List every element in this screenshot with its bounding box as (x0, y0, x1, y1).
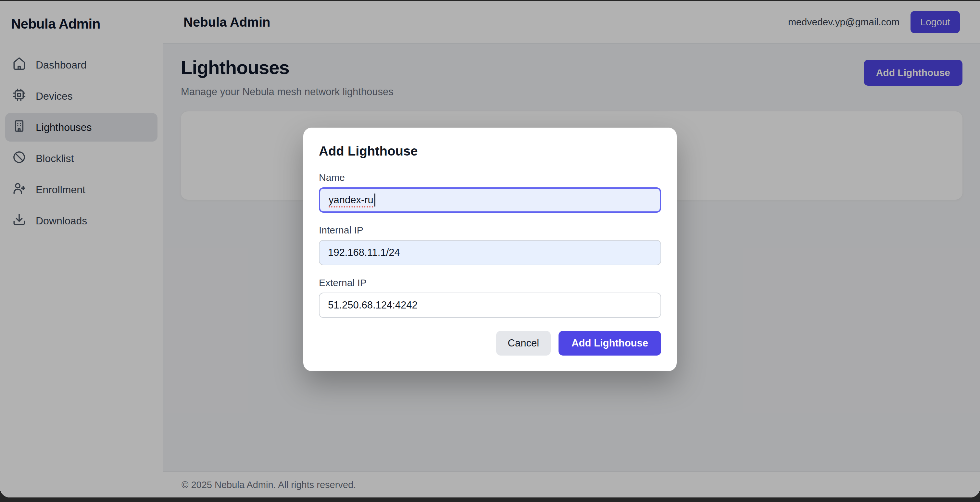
name-input[interactable]: yandex-ru (319, 187, 661, 213)
add-lighthouse-modal: Add Lighthouse Name yandex-ru Internal I… (303, 128, 677, 371)
app-window: Nebula Admin Dashboard Devices Lighthous… (0, 1, 980, 497)
modal-title: Add Lighthouse (319, 143, 661, 159)
name-label: Name (319, 172, 661, 183)
internal-ip-input[interactable] (319, 240, 661, 265)
external-ip-field-group: External IP (319, 277, 661, 318)
external-ip-input[interactable] (319, 292, 661, 318)
internal-ip-field-group: Internal IP (319, 224, 661, 265)
name-field-group: Name yandex-ru (319, 172, 661, 213)
modal-actions: Cancel Add Lighthouse (319, 331, 661, 356)
internal-ip-label: Internal IP (319, 224, 661, 236)
modal-backdrop[interactable]: Add Lighthouse Name yandex-ru Internal I… (0, 1, 980, 497)
text-caret (374, 194, 375, 207)
external-ip-label: External IP (319, 277, 661, 289)
name-input-value: yandex-ru (329, 194, 374, 206)
cancel-button[interactable]: Cancel (496, 331, 551, 356)
modal-add-lighthouse-button[interactable]: Add Lighthouse (558, 331, 661, 356)
